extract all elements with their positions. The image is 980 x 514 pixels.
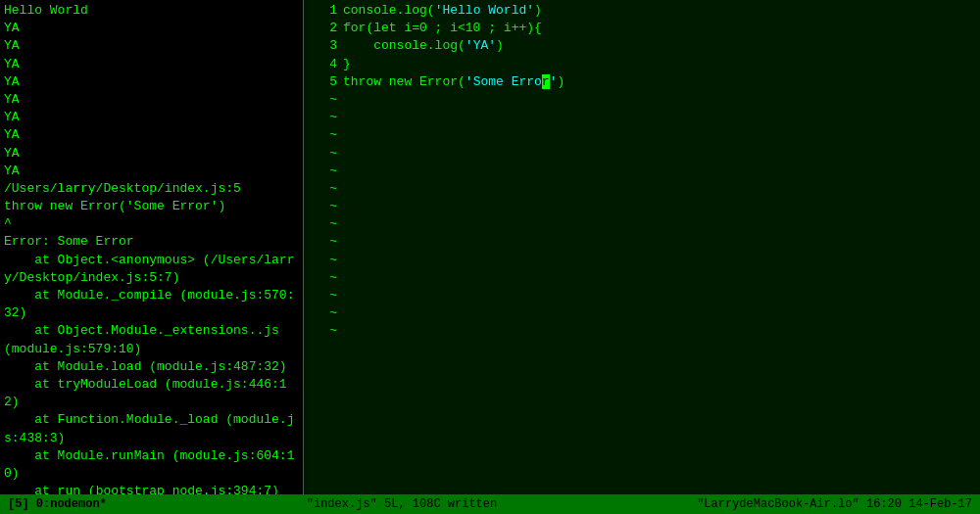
- tilde-line: ~: [310, 163, 974, 180]
- tilde-line: ~: [310, 126, 974, 144]
- tilde-line: ~: [310, 322, 974, 340]
- terminal-pane: Hello WorldYAYAYAYAYAYAYAYAYA/Users/larr…: [0, 0, 304, 494]
- terminal-line: Error: Some Error: [4, 233, 299, 251]
- terminal-line: /Users/larry/Desktop/index.js:5: [4, 180, 299, 198]
- tilde-line: ~: [310, 198, 974, 215]
- string-literal: 'Hello World': [435, 3, 534, 18]
- editor-area: Hello WorldYAYAYAYAYAYAYAYAYA/Users/larr…: [0, 0, 980, 494]
- tilde-line: ~: [310, 287, 974, 304]
- terminal-line: at tryModuleLoad (module.js:446:12): [4, 376, 299, 411]
- text-cursor: r: [542, 74, 550, 89]
- status-bar-center: "index.js" 5L, 108C written: [307, 497, 497, 511]
- terminal-line: YA: [4, 56, 299, 73]
- terminal-line: YA: [4, 126, 299, 144]
- terminal-line: at Module.runMain (module.js:604:10): [4, 447, 299, 483]
- tilde-line: ~: [310, 180, 974, 198]
- line-number: 2: [310, 20, 337, 37]
- terminal-line: at Object.Module._extensions..js (module…: [4, 322, 299, 357]
- string-literal: 'YA': [466, 38, 496, 53]
- line-number: 1: [310, 2, 337, 20]
- terminal-line: at Function.Module._load (module.js:438:…: [4, 411, 299, 446]
- status-bar-left: [5] 0:nodemon*: [8, 497, 107, 511]
- terminal-line: YA: [4, 73, 299, 91]
- main-container: Hello WorldYAYAYAYAYAYAYAYAYA/Users/larr…: [0, 0, 980, 514]
- terminal-line: YA: [4, 163, 299, 180]
- line-number: 4: [310, 56, 337, 73]
- status-bar-right: "LarrydeMacBook-Air.lo" 16:20 14-Feb-17: [697, 497, 972, 511]
- string-literal: 'Some Error': [466, 74, 558, 89]
- tilde-line: ~: [310, 304, 974, 322]
- code-line: 5throw new Error('Some Error'): [310, 73, 974, 91]
- line-number: 3: [310, 37, 337, 55]
- tilde-line: ~: [310, 269, 974, 287]
- terminal-line: at run (bootstrap_node.js:394:7): [4, 483, 299, 494]
- code-pane: 1console.log('Hello World')2for(let i=0 …: [304, 0, 980, 494]
- terminal-line: at Module.load (module.js:487:32): [4, 358, 299, 376]
- terminal-line: ^: [4, 215, 299, 233]
- terminal-line: throw new Error('Some Error'): [4, 198, 299, 215]
- terminal-line: at Object.<anonymous> (/Users/larry/Desk…: [4, 252, 299, 287]
- tilde-line: ~: [310, 252, 974, 269]
- tilde-line: ~: [310, 215, 974, 233]
- terminal-line: YA: [4, 20, 299, 37]
- line-number: 5: [310, 73, 337, 91]
- tilde-line: ~: [310, 145, 974, 163]
- tilde-line: ~: [310, 91, 974, 109]
- tilde-line: ~: [310, 233, 974, 251]
- code-line: 1console.log('Hello World'): [310, 2, 974, 20]
- status-bar: [5] 0:nodemon* "index.js" 5L, 108C writt…: [0, 494, 980, 514]
- code-line: 3 console.log('YA'): [310, 37, 974, 55]
- terminal-line: YA: [4, 91, 299, 109]
- terminal-line: at Module._compile (module.js:570:32): [4, 287, 299, 322]
- terminal-line: YA: [4, 37, 299, 55]
- tilde-line: ~: [310, 109, 974, 126]
- terminal-line: Hello World: [4, 2, 299, 20]
- code-line: 4}: [310, 56, 974, 73]
- terminal-line: YA: [4, 145, 299, 163]
- terminal-line: YA: [4, 109, 299, 126]
- code-line: 2for(let i=0 ; i<10 ; i++){: [310, 20, 974, 37]
